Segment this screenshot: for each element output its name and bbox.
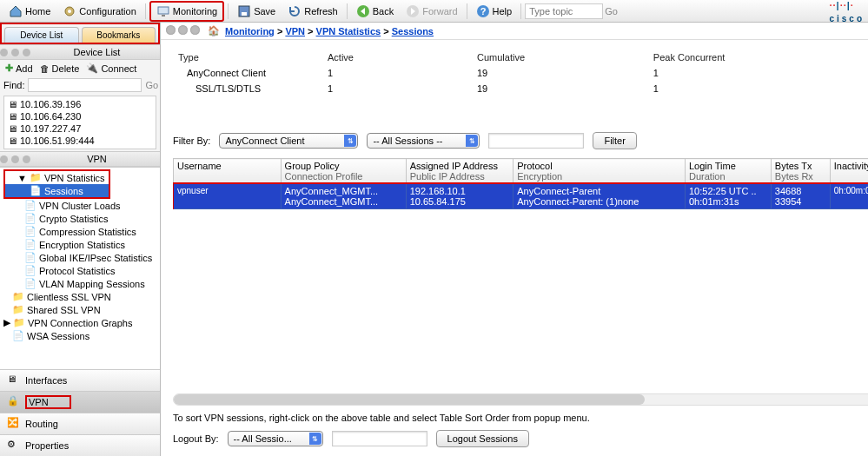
tree-cluster[interactable]: 📄 VPN Cluster Loads <box>0 199 160 212</box>
chevron-updown-icon: ⇅ <box>309 433 321 445</box>
tree-ike[interactable]: 📄 Global IKE/IPsec Statistics <box>0 251 160 264</box>
stat-icon: 📄 <box>24 239 36 250</box>
separator <box>228 3 229 19</box>
logout-sessions-button[interactable]: Logout Sessions <box>436 430 529 447</box>
find-row: Find: Go <box>0 76 160 94</box>
crumb-sessions[interactable]: Sessions <box>392 26 434 36</box>
forward-label: Forward <box>422 6 457 17</box>
cat-routing[interactable]: 🔀Routing <box>0 413 160 434</box>
back-button[interactable]: Back <box>351 3 399 20</box>
tree-vlan[interactable]: 📄 VLAN Mapping Sessions <box>0 277 160 290</box>
col-cumulative: Cumulative <box>474 50 648 64</box>
help-icon: ? <box>476 4 490 18</box>
device-item[interactable]: 🖥10.106.64.230 <box>4 110 156 122</box>
folder-icon: 📁 <box>12 291 24 302</box>
device-list: 🖥10.106.39.196 🖥10.106.64.230 🖥10.197.22… <box>3 96 156 149</box>
tree-vpn-statistics[interactable]: ▼ 📁 VPN Statistics <box>5 171 109 184</box>
folder-icon: 📁 <box>13 317 25 328</box>
monitor-icon <box>156 4 170 18</box>
connect-button[interactable]: 🔌Connect <box>86 63 136 74</box>
crumb-vpnstats[interactable]: VPN Statistics <box>316 26 381 36</box>
refresh-label: Refresh <box>304 6 338 17</box>
filter-sessions-select[interactable]: -- All Sessions --⇅ <box>367 133 480 149</box>
tree-shared[interactable]: 📁 Shared SSL VPN <box>0 303 160 316</box>
separator <box>467 3 467 19</box>
svg-rect-5 <box>242 12 247 16</box>
find-input[interactable] <box>28 78 142 92</box>
interfaces-icon: 🖥 <box>7 373 21 387</box>
filter-button[interactable]: Filter <box>593 132 636 149</box>
folder-icon: 📁 <box>12 304 24 315</box>
nav-controls[interactable] <box>166 25 202 36</box>
monitoring-button[interactable]: Monitoring <box>149 1 224 22</box>
save-button[interactable]: Save <box>232 3 281 20</box>
tab-devicelist[interactable]: Device List <box>4 27 79 43</box>
save-label: Save <box>254 6 275 17</box>
tree-clientless[interactable]: 📁 Clientless SSL VPN <box>0 290 160 303</box>
cat-properties[interactable]: ⚙Properties <box>0 434 160 456</box>
connect-icon: 🔌 <box>86 63 98 74</box>
sessions-table[interactable]: Username Group PolicyConnection Profile … <box>173 158 868 209</box>
stat-icon: 📄 <box>24 226 36 237</box>
separator <box>145 3 146 19</box>
trash-icon: 🗑 <box>40 63 50 74</box>
device-icon: 🖥 <box>8 111 17 122</box>
help-button[interactable]: ? Help <box>471 3 518 20</box>
tree-encryption[interactable]: 📄 Encryption Statistics <box>0 238 160 251</box>
session-row[interactable]: vpnuser AnyConnect_MGMT...AnyConnect_MGM… <box>174 184 869 209</box>
tree-compression[interactable]: 📄 Compression Statistics <box>0 225 160 238</box>
gear-icon <box>63 4 76 18</box>
device-item[interactable]: 🖥10.197.227.47 <box>4 122 156 135</box>
delete-button[interactable]: 🗑Delete <box>40 63 80 74</box>
summary-row: SSL/TLS/DTLS 1 19 1 0 <box>175 82 868 96</box>
tree-protocol[interactable]: 📄 Protocol Statistics <box>0 264 160 277</box>
right-panel: 🏠 Monitoring > VPN > VPN Statistics > Se… <box>161 23 868 456</box>
device-icon: 🖥 <box>8 99 17 109</box>
search-input[interactable] <box>525 3 603 19</box>
summary-row: AnyConnect Client 1 19 1 0 <box>175 66 868 80</box>
sessions-icon: 📄 <box>30 185 42 196</box>
main-area: Device List Bookmarks Device List ✚Add 🗑… <box>0 23 868 456</box>
search-go[interactable]: Go <box>605 6 618 17</box>
separator <box>520 3 521 19</box>
stat-icon: 📄 <box>24 213 36 224</box>
filter-text-input[interactable] <box>488 133 584 149</box>
tree-sessions[interactable]: 📄 Sessions <box>5 184 109 197</box>
tab-bookmarks[interactable]: Bookmarks <box>82 27 156 43</box>
crumb-vpn[interactable]: VPN <box>285 26 305 36</box>
folder-icon: 📁 <box>30 172 42 183</box>
stat-icon: 📄 <box>24 252 36 263</box>
refresh-button[interactable]: Refresh <box>282 3 343 20</box>
device-icon: 🖥 <box>8 135 17 146</box>
logoutby-label: Logout By: <box>173 433 219 444</box>
find-go[interactable]: Go <box>145 80 158 90</box>
tree-crypto[interactable]: 📄 Crypto Statistics <box>0 212 160 225</box>
scrollbar-thumb[interactable] <box>174 394 645 405</box>
cat-vpn[interactable]: 🔒VPN <box>0 391 160 413</box>
home-small-icon[interactable]: 🏠 <box>208 25 220 36</box>
chevron-updown-icon: ⇅ <box>466 135 478 147</box>
sessions-area: Username Group PolicyConnection Profile … <box>173 158 868 235</box>
separator <box>347 3 348 19</box>
svg-rect-2 <box>158 7 169 14</box>
forward-button[interactable]: Forward <box>401 3 462 20</box>
save-icon <box>237 4 251 18</box>
home-icon <box>9 4 23 18</box>
h-scrollbar[interactable] <box>173 393 868 406</box>
crumb-monitoring[interactable]: Monitoring <box>225 26 275 36</box>
tree-conn-graphs[interactable]: ▶ 📁 VPN Connection Graphs <box>0 316 160 329</box>
stat-icon: 📄 <box>12 330 24 341</box>
home-button[interactable]: Home <box>3 3 56 20</box>
device-item[interactable]: 🖥10.106.51.99:444 <box>4 135 156 147</box>
tree-wsa[interactable]: 📄 WSA Sessions <box>0 329 160 342</box>
logoutby-select[interactable]: -- All Sessio...⇅ <box>228 431 323 446</box>
col-type: Type <box>175 50 322 64</box>
col-active: Active <box>324 50 472 64</box>
filter-type-select[interactable]: AnyConnect Client⇅ <box>219 133 358 149</box>
cat-interfaces[interactable]: 🖥Interfaces <box>0 369 160 391</box>
device-item[interactable]: 🖥10.106.39.196 <box>4 98 156 110</box>
config-button[interactable]: Configuration <box>57 3 141 20</box>
col-peak: Peak Concurrent <box>650 50 868 64</box>
add-button[interactable]: ✚Add <box>5 63 33 74</box>
logoutby-input[interactable] <box>332 431 427 446</box>
